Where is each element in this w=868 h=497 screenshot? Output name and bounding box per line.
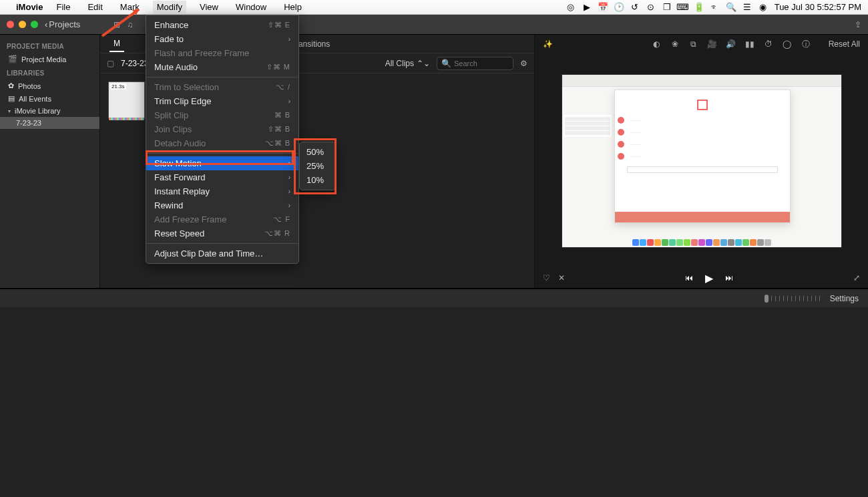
window-toolbar: ‹ Projects ⊞ ♫ ⇪ bbox=[0, 15, 868, 35]
speed-icon[interactable]: ⏱ bbox=[763, 39, 774, 49]
menu-help[interactable]: Help bbox=[280, 1, 306, 13]
macos-menubar: iMovie File Edit Mark Modify View Window… bbox=[0, 0, 868, 15]
control-center-icon[interactable]: ☰ bbox=[742, 3, 752, 12]
project-name: 7-23-23 bbox=[121, 59, 148, 68]
menu-item-enhance[interactable]: Enhance⇧⌘ E bbox=[146, 18, 298, 32]
search-input[interactable] bbox=[454, 59, 507, 67]
submenu-10-percent[interactable]: 10% bbox=[300, 173, 335, 187]
menu-item-add-freeze-frame: Add Freeze Frame⌥ F bbox=[146, 212, 298, 226]
menu-item-adjust-date[interactable]: Adjust Clip Date and Time… bbox=[146, 246, 298, 261]
clock-icon[interactable]: 🕑 bbox=[614, 3, 624, 12]
submenu-25-percent[interactable]: 25% bbox=[300, 159, 335, 173]
overlay-icon[interactable]: ◯ bbox=[782, 39, 793, 49]
eq-icon[interactable]: ▮▮ bbox=[744, 39, 755, 49]
menu-view[interactable]: View bbox=[196, 1, 222, 13]
info-icon[interactable]: ⓘ bbox=[801, 39, 811, 49]
share-button[interactable]: ⇪ bbox=[855, 20, 861, 29]
menu-item-slow-motion[interactable]: Slow Motion› bbox=[146, 156, 298, 170]
timeline-settings-button[interactable]: Settings bbox=[830, 294, 859, 303]
menu-item-detach-audio: Detach Audio⌥⌘ B bbox=[146, 136, 298, 150]
sidebar-item-project-media[interactable]: 🎬 Project Media bbox=[0, 53, 99, 65]
audio-icon[interactable]: ♫ bbox=[127, 20, 133, 29]
siri-icon[interactable]: ◉ bbox=[758, 3, 768, 12]
viewer-preview[interactable]: · · · · · · · · · · · · · · · · · · · · … bbox=[562, 74, 842, 248]
timeline-area[interactable] bbox=[0, 307, 868, 497]
zoom-button[interactable] bbox=[31, 21, 38, 28]
fullscreen-button[interactable]: ⤢ bbox=[853, 273, 860, 283]
events-icon: ▤ bbox=[8, 94, 15, 103]
search-icon: 🔍 bbox=[441, 59, 451, 68]
search-field[interactable]: 🔍 bbox=[437, 57, 513, 70]
keyboard-icon[interactable]: ⌨ bbox=[678, 3, 688, 12]
minimize-button[interactable] bbox=[19, 21, 26, 28]
sidebar-item-event[interactable]: 7-23-23 bbox=[0, 117, 99, 129]
menu-edit[interactable]: Edit bbox=[83, 1, 106, 13]
layout-toggle-icon[interactable]: ▢ bbox=[107, 59, 114, 68]
close-button[interactable] bbox=[7, 21, 14, 28]
media-import-icon[interactable]: ⊞ bbox=[114, 20, 120, 29]
calendar-badge-icon[interactable]: 📅 bbox=[598, 3, 608, 12]
sidebar-section-project-media: PROJECT MEDIA bbox=[0, 39, 99, 53]
menu-modify[interactable]: Modify bbox=[153, 1, 186, 13]
chevron-right-icon: › bbox=[288, 98, 290, 105]
menu-item-instant-replay[interactable]: Instant Replay› bbox=[146, 184, 298, 198]
stabilize-icon[interactable]: 🎥 bbox=[707, 39, 718, 49]
tab-my-media[interactable]: M bbox=[110, 36, 124, 52]
history-icon[interactable]: ↺ bbox=[630, 3, 640, 12]
cc-icon[interactable]: ◎ bbox=[566, 3, 576, 12]
menu-item-trim-edge[interactable]: Trim Clip Edge› bbox=[146, 94, 298, 108]
play-button[interactable]: ▶ bbox=[705, 272, 713, 285]
updown-icon: ⌃⌄ bbox=[417, 59, 430, 68]
menu-item-join-clips: Join Clips⇧⌘ B bbox=[146, 122, 298, 136]
gear-icon[interactable]: ⚙ bbox=[520, 59, 527, 68]
clip-duration-badge: 21.3s bbox=[110, 84, 126, 90]
chevron-right-icon: › bbox=[288, 188, 290, 195]
projects-back-button[interactable]: ‹ Projects bbox=[45, 19, 80, 29]
menu-file[interactable]: File bbox=[52, 1, 74, 13]
favorite-button[interactable]: ♡ bbox=[543, 273, 550, 283]
menubar-datetime[interactable]: Tue Jul 30 5:52:57 PM bbox=[775, 2, 861, 12]
wifi-icon[interactable]: ᯤ bbox=[710, 3, 720, 12]
viewer-panel: ✨ ◐ ❀ ⧉ 🎥 🔊 ▮▮ ⏱ ◯ ⓘ Reset All · · · · ·… bbox=[534, 35, 868, 288]
sidebar: PROJECT MEDIA 🎬 Project Media LIBRARIES … bbox=[0, 35, 100, 288]
app-icon-1[interactable]: ▶ bbox=[582, 3, 592, 12]
volume-icon[interactable]: 🔊 bbox=[726, 39, 736, 49]
zoom-slider[interactable] bbox=[767, 296, 821, 301]
menu-window[interactable]: Window bbox=[232, 1, 270, 13]
menu-item-fast-forward[interactable]: Fast Forward› bbox=[146, 170, 298, 184]
crop-icon[interactable]: ⧉ bbox=[688, 39, 699, 49]
app-name[interactable]: iMovie bbox=[16, 2, 43, 12]
menu-item-flash-freeze: Flash and Freeze Frame bbox=[146, 46, 298, 60]
sidebar-item-all-events[interactable]: ▤ All Events bbox=[0, 92, 99, 105]
battery-icon[interactable]: 🔋 bbox=[694, 3, 704, 12]
windows-icon[interactable]: ❐ bbox=[662, 3, 672, 12]
menu-item-trim-selection: Trim to Selection⌥ / bbox=[146, 80, 298, 94]
clapperboard-icon: 🎬 bbox=[8, 55, 17, 63]
menu-mark[interactable]: Mark bbox=[116, 1, 144, 13]
clips-filter[interactable]: All Clips ⌃⌄ bbox=[385, 59, 430, 68]
menu-item-rewind[interactable]: Rewind› bbox=[146, 198, 298, 212]
color-correction-icon[interactable]: ❀ bbox=[670, 39, 680, 49]
submenu-50-percent[interactable]: 50% bbox=[300, 145, 335, 159]
menu-item-fade-to[interactable]: Fade to› bbox=[146, 32, 298, 46]
reject-button[interactable]: ✕ bbox=[558, 273, 565, 283]
prev-frame-button[interactable]: ⏮ bbox=[685, 273, 693, 283]
traffic-lights bbox=[7, 21, 38, 28]
reset-all-button[interactable]: Reset All bbox=[829, 39, 860, 49]
play-circle-icon[interactable]: ⊙ bbox=[646, 3, 656, 12]
chevron-right-icon: › bbox=[288, 174, 290, 181]
next-frame-button[interactable]: ⏭ bbox=[725, 273, 733, 283]
sidebar-item-library[interactable]: ▾ iMovie Library bbox=[0, 105, 99, 117]
color-balance-icon[interactable]: ◐ bbox=[651, 39, 662, 49]
chevron-right-icon: › bbox=[288, 202, 290, 209]
sidebar-item-photos[interactable]: ✿ Photos bbox=[0, 79, 99, 92]
modify-menu-dropdown: Enhance⇧⌘ E Fade to› Flash and Freeze Fr… bbox=[146, 15, 299, 264]
clip-thumbnail[interactable]: 21.3s bbox=[108, 81, 145, 118]
disclosure-triangle-icon[interactable]: ▾ bbox=[8, 108, 11, 114]
chevron-right-icon: › bbox=[288, 160, 290, 167]
magic-wand-icon[interactable]: ✨ bbox=[543, 39, 553, 49]
spotlight-icon[interactable]: 🔍 bbox=[726, 3, 736, 12]
photos-icon: ✿ bbox=[8, 81, 14, 90]
menu-item-mute-audio[interactable]: Mute Audio⇧⌘ M bbox=[146, 60, 298, 74]
menu-item-reset-speed[interactable]: Reset Speed⌥⌘ R bbox=[146, 226, 298, 240]
